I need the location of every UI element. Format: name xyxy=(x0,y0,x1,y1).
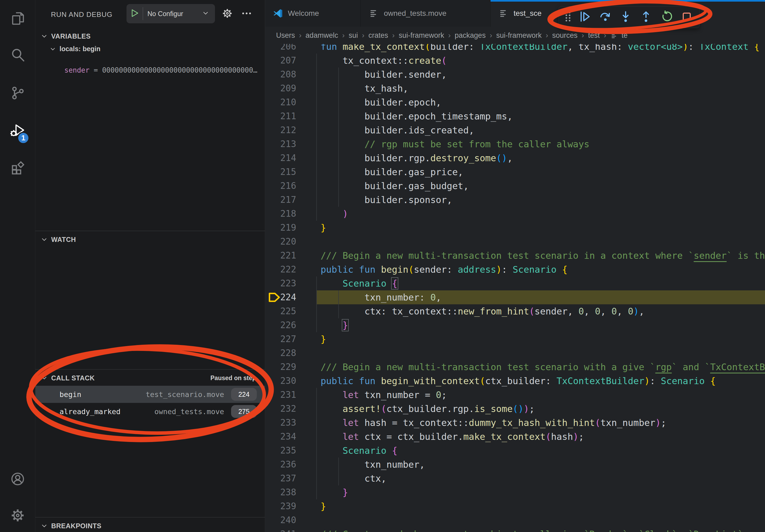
restart-button[interactable] xyxy=(657,8,676,26)
line-number[interactable]: 219 xyxy=(265,221,301,235)
code-line-207[interactable]: 207 tx_context::create( xyxy=(265,54,765,68)
line-number[interactable]: 223 xyxy=(265,276,301,290)
line-number[interactable]: 213 xyxy=(265,137,301,151)
line-number[interactable]: 241 xyxy=(265,527,301,532)
line-number[interactable]: 217 xyxy=(265,193,301,207)
code-line-215[interactable]: 215 builder.gas_price, xyxy=(265,165,765,179)
code-line-233[interactable]: 233 let hash = tx_context::dummy_tx_hash… xyxy=(265,416,765,430)
code-line-232[interactable]: 232 assert!(ctx_builder.rgp.is_some()); xyxy=(265,402,765,416)
activity-item-run-and-debug[interactable] xyxy=(0,116,35,146)
line-number[interactable]: 220 xyxy=(265,235,301,249)
section-breakpoints[interactable]: BREAKPOINTS xyxy=(35,518,265,532)
code-line-225[interactable]: 225 ctx: tx_context::new_from_hint(sende… xyxy=(265,304,765,318)
line-number[interactable]: 215 xyxy=(265,165,301,179)
breadcrumb-item[interactable]: Users xyxy=(276,31,295,40)
code-line-211[interactable]: 211 builder.epoch_timestamp_ms, xyxy=(265,109,765,123)
code-line-218[interactable]: 218 ) xyxy=(265,207,765,221)
line-number[interactable]: 238 xyxy=(265,485,301,499)
stack-frame-begin[interactable]: begintest_scenario.move224 xyxy=(35,386,265,403)
line-number[interactable]: 229 xyxy=(265,360,301,374)
line-number[interactable]: 216 xyxy=(265,179,301,193)
breadcrumb-item[interactable]: sui-framework xyxy=(398,31,444,40)
tab-owned-tests-move[interactable]: owned_tests.move xyxy=(361,0,490,27)
activity-item-source-control[interactable] xyxy=(0,79,35,108)
activity-item-extensions[interactable] xyxy=(0,153,35,182)
line-number[interactable]: 210 xyxy=(265,95,301,109)
line-number[interactable]: 236 xyxy=(265,457,301,471)
step-out-button[interactable] xyxy=(637,8,655,26)
line-number[interactable]: 232 xyxy=(265,402,301,416)
code-line-226[interactable]: 226 } xyxy=(265,318,765,332)
code-line-228[interactable]: 228 xyxy=(265,346,765,360)
line-number[interactable]: 224 xyxy=(265,290,301,304)
line-number[interactable]: 231 xyxy=(265,388,301,402)
activity-item-explorer[interactable] xyxy=(0,4,35,34)
line-number[interactable]: 212 xyxy=(265,123,301,137)
code-line-224[interactable]: 224 txn_number: 0, xyxy=(265,290,765,304)
breadcrumb-item[interactable]: sources xyxy=(552,31,578,40)
line-number[interactable]: 237 xyxy=(265,471,301,485)
code-lines[interactable]: 206fun make_tx_context(builder: TxContex… xyxy=(265,40,765,532)
code-line-217[interactable]: 217 builder.sponsor, xyxy=(265,193,765,207)
line-number[interactable]: 240 xyxy=(265,513,301,527)
activity-item-account[interactable] xyxy=(0,465,35,494)
variables-scope-locals[interactable]: locals: begin xyxy=(50,45,101,53)
stack-frame-already_marked[interactable]: already_markedowned_tests.move275 xyxy=(35,403,265,420)
line-number[interactable]: 209 xyxy=(265,82,301,95)
line-number[interactable]: 221 xyxy=(265,249,301,263)
code-line-219[interactable]: 219} xyxy=(265,221,765,235)
line-number[interactable]: 228 xyxy=(265,346,301,360)
stop-button[interactable] xyxy=(677,8,696,26)
activity-item-settings[interactable] xyxy=(0,501,35,531)
breadcrumb-item[interactable]: crates xyxy=(369,31,388,40)
line-number[interactable]: 207 xyxy=(265,54,301,68)
section-variables[interactable]: VARIABLES xyxy=(35,28,265,45)
breadcrumb-item[interactable]: sui xyxy=(349,31,358,40)
code-line-223[interactable]: 223 Scenario { xyxy=(265,276,765,290)
code-line-208[interactable]: 208 builder.sender, xyxy=(265,68,765,82)
step-into-button[interactable] xyxy=(616,8,635,26)
line-number[interactable]: 222 xyxy=(265,263,301,276)
line-number[interactable]: 234 xyxy=(265,430,301,443)
breadcrumb-item[interactable]: adamwelc xyxy=(306,31,338,40)
code-line-214[interactable]: 214 builder.rgp.destroy_some(), xyxy=(265,151,765,165)
code-line-230[interactable]: 230public fun begin_with_context(ctx_bui… xyxy=(265,374,765,388)
toolbar-drag-handle[interactable] xyxy=(562,8,574,26)
code-line-227[interactable]: 227} xyxy=(265,332,765,346)
code-line-231[interactable]: 231 let txn_number = 0; xyxy=(265,388,765,402)
code-line-238[interactable]: 238 } xyxy=(265,485,765,499)
breadcrumb-item[interactable]: sui-framework xyxy=(496,31,542,40)
code-line-220[interactable]: 220 xyxy=(265,235,765,249)
section-watch[interactable]: WATCH xyxy=(35,231,265,248)
debug-settings-button[interactable] xyxy=(220,6,235,21)
code-line-216[interactable]: 216 builder.gas_budget, xyxy=(265,179,765,193)
variable-sender[interactable]: sender = 0000000000000000000000000000000… xyxy=(64,63,257,77)
more-actions-button[interactable] xyxy=(239,6,254,21)
section-call-stack[interactable]: CALL STACK Paused on step xyxy=(35,370,265,386)
code-line-212[interactable]: 212 builder.ids_created, xyxy=(265,123,765,137)
code-line-237[interactable]: 237 ctx, xyxy=(265,471,765,485)
line-number[interactable]: 226 xyxy=(265,318,301,332)
activity-item-search[interactable] xyxy=(0,41,35,71)
code-line-209[interactable]: 209 tx_hash, xyxy=(265,82,765,95)
code-line-235[interactable]: 235 Scenario { xyxy=(265,443,765,457)
code-line-241[interactable]: 241/// Creates and shares system objects… xyxy=(265,527,765,532)
line-number[interactable]: 233 xyxy=(265,416,301,430)
breadcrumb-file[interactable]: te xyxy=(610,31,628,40)
code-line-240[interactable]: 240 xyxy=(265,513,765,527)
code-line-229[interactable]: 229/// Begin a new multi-transaction tes… xyxy=(265,360,765,374)
code-line-234[interactable]: 234 let ctx = ctx_builder.make_tx_contex… xyxy=(265,430,765,443)
debug-configuration-dropdown[interactable]: No Configur xyxy=(127,4,215,23)
line-number[interactable]: 230 xyxy=(265,374,301,388)
line-number[interactable]: 239 xyxy=(265,499,301,513)
line-number[interactable]: 208 xyxy=(265,68,301,82)
code-line-210[interactable]: 210 builder.epoch, xyxy=(265,95,765,109)
line-number[interactable]: 225 xyxy=(265,304,301,318)
code-line-213[interactable]: 213 // rgp must be set from the caller a… xyxy=(265,137,765,151)
breadcrumb-item[interactable]: test xyxy=(588,31,600,40)
step-over-button[interactable] xyxy=(596,8,615,26)
start-debug-icon[interactable] xyxy=(127,8,143,19)
code-line-236[interactable]: 236 txn_number, xyxy=(265,457,765,471)
line-number[interactable]: 227 xyxy=(265,332,301,346)
code-line-239[interactable]: 239} xyxy=(265,499,765,513)
